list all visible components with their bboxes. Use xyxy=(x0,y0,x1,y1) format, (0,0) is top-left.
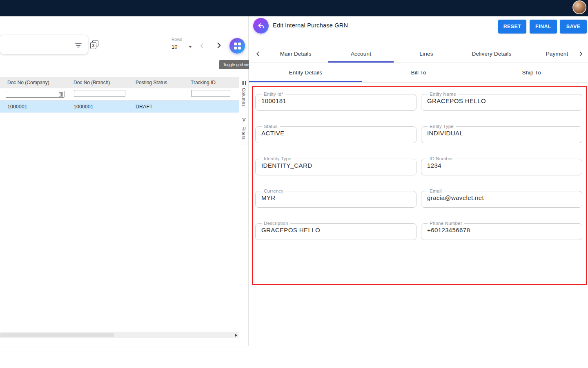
page-title: Edit Internal Purchase GRN xyxy=(273,22,348,29)
tabs-scroll-left-icon[interactable] xyxy=(255,51,261,58)
filters-label: Filters xyxy=(241,126,246,140)
reset-button[interactable]: RESET xyxy=(498,20,526,34)
cell-doc-no-branch: 1000001 xyxy=(66,104,128,110)
top-app-bar xyxy=(0,0,588,16)
column-header-tracking-id[interactable]: Tracking ID xyxy=(183,80,239,85)
field-id-number[interactable]: ID Number 1234 xyxy=(421,156,582,175)
field-entity-name[interactable]: Entity Name GRACEPOS HELLO xyxy=(421,92,582,111)
main-tab-bar: Main Details Account Lines Delivery Deta… xyxy=(249,45,588,63)
field-description[interactable]: Description GRACEPOS HELLO xyxy=(255,221,416,240)
strip-divider xyxy=(241,111,247,111)
field-value[interactable]: ACTIVE xyxy=(261,129,411,143)
filter-input-doc-no-branch[interactable] xyxy=(74,90,125,97)
entity-details-form: Entity Id* 1000181 Entity Name GRACEPOS … xyxy=(252,86,587,285)
multi-page-view-icon[interactable]: 2 xyxy=(90,40,99,50)
table-side-strip: Columns Filters xyxy=(239,77,248,331)
field-label: Phone Number xyxy=(428,221,464,226)
tab-payment[interactable]: Payment xyxy=(524,45,576,63)
field-label: Email xyxy=(428,188,444,193)
field-currency[interactable]: Currency MYR xyxy=(255,188,416,208)
column-header-doc-no-branch[interactable]: Doc No (Branch) xyxy=(66,80,128,85)
tab-delivery-details[interactable]: Delivery Details xyxy=(459,45,524,63)
save-button[interactable]: SAVE xyxy=(560,20,587,34)
columns-label: Columns xyxy=(241,88,246,107)
rows-label: Rows xyxy=(172,37,192,42)
user-avatar[interactable] xyxy=(572,0,586,14)
cell-doc-no-company: 1000001 xyxy=(0,104,66,110)
search-input[interactable] xyxy=(0,35,88,54)
toggle-grid-view-button[interactable] xyxy=(229,38,245,54)
subtab-bill-to[interactable]: Bill To xyxy=(362,63,475,82)
back-arrow-icon xyxy=(257,22,265,30)
field-label: Entity Type xyxy=(428,124,456,129)
field-label: Entity Id* xyxy=(262,92,285,96)
field-value[interactable]: gracia@wavelet.net xyxy=(426,193,577,207)
field-phone-number[interactable]: Phone Number +60123456678 xyxy=(421,221,582,240)
field-value[interactable]: 1000181 xyxy=(261,96,411,110)
field-status[interactable]: Status ACTIVE xyxy=(255,124,416,143)
subtab-ship-to[interactable]: Ship To xyxy=(475,63,588,82)
field-entity-id[interactable]: Entity Id* 1000181 xyxy=(255,92,416,111)
field-value[interactable]: +60123456678 xyxy=(426,226,577,240)
column-header-doc-no-company[interactable]: Doc No (Company) xyxy=(0,80,66,85)
columns-icon xyxy=(242,81,246,85)
table-filter-row xyxy=(0,88,239,101)
field-entity-type[interactable]: Entity Type INDIVIDUAL xyxy=(421,124,582,143)
tab-account[interactable]: Account xyxy=(328,45,394,63)
scrollbar-thumb[interactable] xyxy=(0,333,114,337)
field-value[interactable]: 1234 xyxy=(426,161,577,175)
filter-sort-icon[interactable] xyxy=(75,42,82,49)
filter-input-doc-no-company[interactable] xyxy=(6,91,65,98)
rows-value: 10 xyxy=(172,44,177,50)
grid-view-icon xyxy=(234,43,241,49)
field-value[interactable]: GRACEPOS HELLO xyxy=(261,226,411,240)
left-panel-bottom-edge xyxy=(0,346,249,346)
field-value[interactable]: GRACEPOS HELLO xyxy=(426,96,577,110)
field-value[interactable]: INDIVIDUAL xyxy=(426,129,577,143)
column-header-posting-status[interactable]: Posting Status xyxy=(128,80,183,85)
field-label: Entity Name xyxy=(428,92,458,96)
scrollbar-right-arrow-icon[interactable] xyxy=(235,334,237,337)
sub-tab-bar: Entity Details Bill To Ship To xyxy=(249,63,588,83)
page-front-sheet-icon: 2 xyxy=(90,42,96,49)
field-value[interactable]: MYR xyxy=(261,193,411,207)
previous-page-button[interactable] xyxy=(198,42,206,51)
columns-panel-toggle[interactable]: Columns xyxy=(239,77,248,110)
next-page-button[interactable] xyxy=(215,41,223,51)
strip-divider xyxy=(241,144,247,144)
field-email[interactable]: Email gracia@wavelet.net xyxy=(421,188,582,208)
tab-lines[interactable]: Lines xyxy=(394,45,459,63)
filter-funnel-icon xyxy=(242,116,246,123)
field-label: Status xyxy=(262,124,280,129)
field-label: Description xyxy=(262,221,290,226)
table-row[interactable]: 1000001 1000001 DRAFT xyxy=(0,101,239,113)
filter-input-tracking-id[interactable] xyxy=(191,90,230,97)
table-header: Doc No (Company) Doc No (Branch) Posting… xyxy=(0,77,239,88)
field-label: Currency xyxy=(262,188,285,193)
field-value[interactable]: IDENTITY_CARD xyxy=(261,161,411,175)
final-button[interactable]: FINAL xyxy=(530,20,557,34)
back-button[interactable] xyxy=(253,18,269,34)
tabs-scroll-right-icon[interactable] xyxy=(578,51,584,58)
tab-main-details[interactable]: Main Details xyxy=(263,45,328,63)
field-label: ID Number xyxy=(428,156,455,161)
subtab-entity-details[interactable]: Entity Details xyxy=(249,63,362,82)
cell-posting-status: DRAFT xyxy=(128,104,183,110)
field-identity-type[interactable]: Identity Type IDENTITY_CARD xyxy=(255,156,416,175)
rows-per-page-select[interactable]: Rows 10 xyxy=(172,37,192,52)
horizontal-scrollbar[interactable] xyxy=(0,332,239,338)
filters-panel-toggle[interactable]: Filters xyxy=(239,112,248,143)
dropdown-caret-icon[interactable] xyxy=(189,46,192,48)
grid-picker-icon xyxy=(59,92,63,96)
field-label: Identity Type xyxy=(262,156,294,161)
